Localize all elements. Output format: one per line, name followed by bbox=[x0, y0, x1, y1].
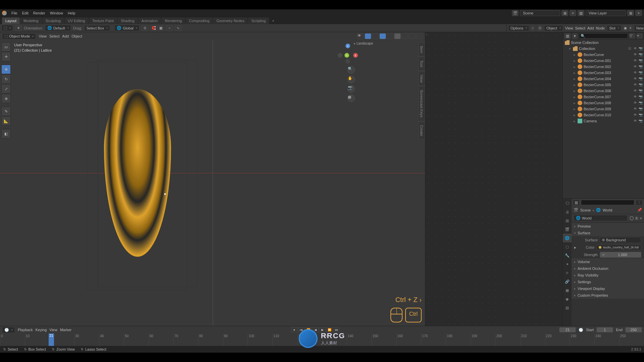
tool-cursor[interactable]: ✛ bbox=[1, 52, 11, 61]
ptab-material[interactable]: ◉ bbox=[563, 295, 572, 303]
prop-search[interactable] bbox=[581, 200, 634, 205]
axis-y-icon[interactable]: Y bbox=[344, 53, 349, 58]
current-frame[interactable]: 21 bbox=[559, 327, 576, 333]
tree-item[interactable]: ▸BezierCurve.005👁📷 bbox=[563, 82, 644, 88]
tool-addcube[interactable]: ◧ bbox=[1, 129, 11, 138]
ptab-object[interactable]: ▢ bbox=[563, 242, 572, 251]
object-menu[interactable]: Object bbox=[71, 34, 82, 38]
shading-matprev-icon[interactable] bbox=[401, 33, 408, 39]
node-type-icon[interactable]: ○ bbox=[531, 25, 534, 31]
visibility-icon[interactable]: 👁 bbox=[357, 33, 364, 39]
ntab-screencast[interactable]: Screencast Keys bbox=[418, 86, 425, 121]
tl-marker[interactable]: Marker bbox=[60, 328, 71, 332]
proportional-icon[interactable]: ○ bbox=[166, 25, 173, 31]
tl-view[interactable]: View bbox=[49, 328, 57, 332]
tool-annotate[interactable]: ✎ bbox=[1, 107, 11, 116]
world-new-icon[interactable]: ◯ bbox=[630, 216, 634, 220]
shading-menu-icon[interactable] bbox=[416, 33, 423, 39]
viewlayer-del-icon[interactable]: × bbox=[635, 10, 642, 16]
tree-item[interactable]: ▸BezierCurve👁📷 bbox=[563, 52, 644, 58]
sect-preview[interactable]: Preview bbox=[572, 223, 644, 230]
node-menu-node[interactable]: Node bbox=[596, 26, 605, 30]
prop-type-icon[interactable]: ▥ bbox=[573, 200, 580, 205]
tl-keying[interactable]: Keying bbox=[36, 328, 47, 332]
scene-new-icon[interactable]: ⊞ bbox=[561, 10, 568, 16]
node-menu-view[interactable]: View bbox=[565, 26, 573, 30]
node-options[interactable]: Options bbox=[508, 25, 529, 31]
outliner-type-icon[interactable]: ▥ bbox=[564, 33, 571, 39]
pan-gizmo-icon[interactable]: ✋ bbox=[347, 76, 355, 83]
outliner-filter-icon[interactable]: ▽ bbox=[629, 33, 635, 39]
tool-measure[interactable]: 📐 bbox=[1, 116, 11, 126]
overlay-toggle-icon[interactable] bbox=[372, 33, 379, 39]
snap-type-icon[interactable]: ▦ bbox=[157, 25, 164, 31]
slot-dropdown[interactable]: Slot bbox=[607, 25, 622, 31]
mat-new-button[interactable]: + bbox=[629, 25, 632, 31]
axis-x-icon[interactable]: X bbox=[353, 53, 358, 58]
viewlayer-browse-icon[interactable]: ▥ bbox=[578, 10, 584, 16]
tool-select-box[interactable]: ▭ bbox=[1, 42, 11, 52]
ptab-texture[interactable]: ▨ bbox=[563, 303, 572, 312]
tree-item[interactable]: ▸BezierCurve.007👁📷 bbox=[563, 94, 644, 100]
timeline-type-icon[interactable]: 🕐 bbox=[2, 327, 15, 333]
timeline-cursor[interactable]: 21 bbox=[49, 334, 54, 346]
xray-icon[interactable] bbox=[379, 33, 386, 39]
tree-item[interactable]: ▸Camera👁📷 bbox=[563, 118, 644, 124]
sect-viewport[interactable]: Viewport Display bbox=[572, 285, 644, 292]
ptab-output[interactable]: 🖨 bbox=[563, 207, 572, 216]
ptab-data[interactable]: ▦ bbox=[563, 286, 572, 295]
tree-item[interactable]: ▸BezierCurve.006👁📷 bbox=[563, 88, 644, 94]
snap-toggle-icon[interactable]: 🧲 bbox=[150, 25, 157, 31]
tree-item[interactable]: ▸BezierCurve.003👁📷 bbox=[563, 70, 644, 76]
pivot-icon[interactable]: ⊙ bbox=[142, 25, 148, 31]
ntab-create[interactable]: Create bbox=[418, 121, 425, 140]
transform-orient-dropdown[interactable]: 🌐 Global bbox=[114, 25, 140, 31]
scene-del-icon[interactable]: × bbox=[570, 10, 576, 16]
ortho-gizmo-icon[interactable]: ▦ bbox=[347, 95, 355, 102]
orientation-dropdown[interactable]: 🌐 Default bbox=[45, 25, 71, 31]
scene-name-field[interactable]: Scene bbox=[520, 10, 560, 16]
view-menu[interactable]: View bbox=[39, 34, 47, 38]
ptab-physics[interactable]: ⚛ bbox=[563, 268, 572, 277]
tree-item[interactable]: ▸BezierCurve.009👁📷 bbox=[563, 106, 644, 112]
tree-item[interactable]: ▸BezierCurve.008👁📷 bbox=[563, 100, 644, 106]
tab-uv[interactable]: UV Editing bbox=[64, 17, 89, 24]
viewlayer-name-field[interactable]: View Layer bbox=[586, 10, 626, 16]
tab-texpaint[interactable]: Texture Paint bbox=[89, 17, 117, 24]
tool-rotate[interactable]: ↻ bbox=[1, 74, 11, 84]
3d-viewport[interactable]: ⬚ Object Mode View Select Add Object 👁 bbox=[0, 32, 425, 326]
axis-xneg-icon[interactable] bbox=[338, 53, 342, 58]
tool-move[interactable]: ✥ bbox=[1, 65, 11, 74]
ptab-scene[interactable]: 🎬 bbox=[563, 225, 572, 234]
shading-solid-icon[interactable] bbox=[394, 33, 401, 39]
prop-options-icon[interactable]: ⋮ bbox=[636, 200, 643, 205]
surface-value[interactable]: Background bbox=[600, 237, 641, 243]
axis-z-icon[interactable]: Z bbox=[345, 44, 350, 48]
node-menu-select[interactable]: Select bbox=[575, 26, 585, 30]
tool-scale[interactable]: ⤢ bbox=[1, 84, 11, 94]
menu-help[interactable]: Help bbox=[68, 11, 75, 15]
shading-rendered-icon[interactable] bbox=[409, 33, 416, 39]
sect-volume[interactable]: Volume bbox=[572, 258, 644, 265]
bc-scene[interactable]: Scene bbox=[580, 208, 591, 212]
tree-item[interactable]: ▸BezierCurve.001👁📷 bbox=[563, 58, 644, 64]
outliner-search[interactable]: 🔍 bbox=[579, 33, 628, 39]
scene-browse-icon[interactable]: 🎬 bbox=[512, 10, 519, 16]
color-value[interactable]: studio_country_hall_2k.hdr bbox=[596, 245, 641, 250]
tab-layout[interactable]: Layout bbox=[2, 17, 20, 24]
landscape-label[interactable]: Landscape bbox=[354, 42, 373, 45]
outliner-tree[interactable]: Scene Collection ▾Collection☑👁📷 ▸BezierC… bbox=[563, 40, 644, 198]
node-menu-add[interactable]: Add bbox=[587, 26, 594, 30]
tab-scripting[interactable]: Scripting bbox=[248, 17, 269, 24]
tl-playback[interactable]: Playback bbox=[18, 328, 33, 332]
ptab-viewlayer[interactable]: ▥ bbox=[563, 216, 572, 225]
mat-new-label[interactable]: New bbox=[634, 25, 644, 31]
zoom-gizmo-icon[interactable]: 🔍 bbox=[347, 66, 355, 74]
tab-modeling[interactable]: Modeling bbox=[20, 17, 42, 24]
sect-rayvis[interactable]: Ray Visibility bbox=[572, 272, 644, 279]
tab-rendering[interactable]: Rendering bbox=[161, 17, 185, 24]
world-datablock[interactable]: 🌐 World bbox=[574, 215, 628, 221]
outliner-newcol-icon[interactable]: + bbox=[637, 33, 643, 39]
tab-geonodes[interactable]: Geometry Nodes bbox=[213, 17, 248, 24]
outliner-mode-icon[interactable]: ▾ bbox=[572, 33, 578, 39]
